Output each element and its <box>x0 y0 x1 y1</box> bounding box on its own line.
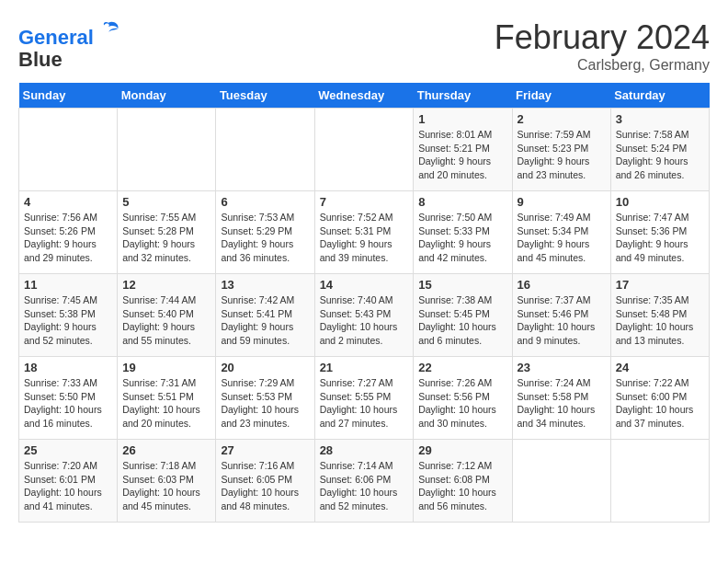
calendar-day-cell: 7Sunrise: 7:52 AM Sunset: 5:31 PM Daylig… <box>314 191 414 274</box>
day-number: 22 <box>418 361 506 374</box>
weekday-header-cell: Monday <box>118 83 216 109</box>
calendar-day-cell: 12Sunrise: 7:44 AM Sunset: 5:40 PM Dayli… <box>118 274 216 357</box>
day-info: Sunrise: 7:37 AM Sunset: 5:46 PM Dayligh… <box>518 293 606 348</box>
day-info: Sunrise: 7:18 AM Sunset: 6:03 PM Dayligh… <box>122 459 210 513</box>
day-number: 2 <box>518 112 606 126</box>
day-number: 5 <box>122 195 210 209</box>
day-number: 23 <box>518 361 606 374</box>
title-area: February 2024 Carlsberg, Germany <box>495 18 710 74</box>
day-info: Sunrise: 7:31 AM Sunset: 5:51 PM Dayligh… <box>122 376 210 431</box>
calendar-day-cell: 16Sunrise: 7:37 AM Sunset: 5:46 PM Dayli… <box>512 274 610 357</box>
calendar-day-cell: 24Sunrise: 7:22 AM Sunset: 6:00 PM Dayli… <box>610 357 709 440</box>
weekday-header-cell: Tuesday <box>216 83 314 109</box>
weekday-header-cell: Thursday <box>414 83 512 109</box>
day-number: 29 <box>418 443 506 457</box>
calendar-day-cell: 25Sunrise: 7:20 AM Sunset: 6:01 PM Dayli… <box>19 440 118 523</box>
calendar-day-cell: 13Sunrise: 7:42 AM Sunset: 5:41 PM Dayli… <box>216 274 314 357</box>
logo-text: General Blue <box>18 18 121 71</box>
day-number: 28 <box>320 443 409 457</box>
calendar-day-cell <box>610 440 709 523</box>
calendar-day-cell: 5Sunrise: 7:55 AM Sunset: 5:28 PM Daylig… <box>118 191 216 274</box>
calendar-day-cell: 6Sunrise: 7:53 AM Sunset: 5:29 PM Daylig… <box>216 191 314 274</box>
logo: General Blue <box>18 18 121 71</box>
day-info: Sunrise: 7:12 AM Sunset: 6:08 PM Dayligh… <box>418 459 506 513</box>
day-number: 18 <box>24 361 112 374</box>
day-number: 25 <box>24 443 112 457</box>
calendar-day-cell: 18Sunrise: 7:33 AM Sunset: 5:50 PM Dayli… <box>19 357 118 440</box>
day-number: 3 <box>616 112 704 126</box>
calendar-day-cell: 10Sunrise: 7:47 AM Sunset: 5:36 PM Dayli… <box>610 191 709 274</box>
day-info: Sunrise: 7:44 AM Sunset: 5:40 PM Dayligh… <box>122 293 210 348</box>
calendar-week-row: 11Sunrise: 7:45 AM Sunset: 5:38 PM Dayli… <box>19 274 710 357</box>
calendar-day-cell: 28Sunrise: 7:14 AM Sunset: 6:06 PM Dayli… <box>314 440 414 523</box>
day-number: 13 <box>221 278 309 292</box>
day-info: Sunrise: 7:33 AM Sunset: 5:50 PM Dayligh… <box>24 376 112 431</box>
calendar-week-row: 1Sunrise: 8:01 AM Sunset: 5:21 PM Daylig… <box>19 109 710 191</box>
calendar-day-cell: 21Sunrise: 7:27 AM Sunset: 5:55 PM Dayli… <box>314 357 414 440</box>
day-info: Sunrise: 7:14 AM Sunset: 6:06 PM Dayligh… <box>320 459 409 513</box>
weekday-header-cell: Saturday <box>610 83 709 109</box>
calendar-week-row: 18Sunrise: 7:33 AM Sunset: 5:50 PM Dayli… <box>19 357 710 440</box>
day-info: Sunrise: 7:40 AM Sunset: 5:43 PM Dayligh… <box>320 293 409 348</box>
header: General Blue February 2024 Carlsberg, Ge… <box>18 18 710 74</box>
day-number: 24 <box>616 361 704 374</box>
day-info: Sunrise: 7:16 AM Sunset: 6:05 PM Dayligh… <box>221 459 309 513</box>
calendar-day-cell: 3Sunrise: 7:58 AM Sunset: 5:24 PM Daylig… <box>610 109 709 191</box>
calendar-day-cell: 19Sunrise: 7:31 AM Sunset: 5:51 PM Dayli… <box>118 357 216 440</box>
day-info: Sunrise: 7:35 AM Sunset: 5:48 PM Dayligh… <box>616 293 704 348</box>
day-info: Sunrise: 7:29 AM Sunset: 5:53 PM Dayligh… <box>221 376 309 431</box>
weekday-header-cell: Sunday <box>19 83 118 109</box>
calendar-day-cell: 1Sunrise: 8:01 AM Sunset: 5:21 PM Daylig… <box>414 109 512 191</box>
day-number: 17 <box>616 278 704 292</box>
day-info: Sunrise: 7:22 AM Sunset: 6:00 PM Dayligh… <box>616 376 704 431</box>
calendar-day-cell: 20Sunrise: 7:29 AM Sunset: 5:53 PM Dayli… <box>216 357 314 440</box>
calendar-day-cell: 23Sunrise: 7:24 AM Sunset: 5:58 PM Dayli… <box>512 357 610 440</box>
day-number: 8 <box>418 195 506 209</box>
calendar-day-cell: 4Sunrise: 7:56 AM Sunset: 5:26 PM Daylig… <box>19 191 118 274</box>
calendar-week-row: 4Sunrise: 7:56 AM Sunset: 5:26 PM Daylig… <box>19 191 710 274</box>
calendar-day-cell: 11Sunrise: 7:45 AM Sunset: 5:38 PM Dayli… <box>19 274 118 357</box>
day-number: 12 <box>122 278 210 292</box>
weekday-header-row: SundayMondayTuesdayWednesdayThursdayFrid… <box>19 83 710 109</box>
day-info: Sunrise: 7:49 AM Sunset: 5:34 PM Dayligh… <box>518 211 606 265</box>
day-number: 10 <box>616 195 704 209</box>
day-info: Sunrise: 7:56 AM Sunset: 5:26 PM Dayligh… <box>24 211 112 265</box>
day-number: 9 <box>518 195 606 209</box>
day-number: 15 <box>418 278 506 292</box>
day-number: 26 <box>122 443 210 457</box>
day-number: 20 <box>221 361 309 374</box>
day-number: 7 <box>320 195 409 209</box>
calendar-day-cell: 14Sunrise: 7:40 AM Sunset: 5:43 PM Dayli… <box>314 274 414 357</box>
calendar-day-cell: 27Sunrise: 7:16 AM Sunset: 6:05 PM Dayli… <box>216 440 314 523</box>
day-info: Sunrise: 7:47 AM Sunset: 5:36 PM Dayligh… <box>616 211 704 265</box>
calendar-day-cell <box>314 109 414 191</box>
calendar-week-row: 25Sunrise: 7:20 AM Sunset: 6:01 PM Dayli… <box>19 440 710 523</box>
calendar-day-cell: 17Sunrise: 7:35 AM Sunset: 5:48 PM Dayli… <box>610 274 709 357</box>
day-number: 16 <box>518 278 606 292</box>
calendar-day-cell <box>216 109 314 191</box>
weekday-header-cell: Friday <box>512 83 610 109</box>
day-info: Sunrise: 7:42 AM Sunset: 5:41 PM Dayligh… <box>221 293 309 348</box>
day-number: 27 <box>221 443 309 457</box>
day-info: Sunrise: 7:27 AM Sunset: 5:55 PM Dayligh… <box>320 376 409 431</box>
day-info: Sunrise: 7:52 AM Sunset: 5:31 PM Dayligh… <box>320 211 409 265</box>
calendar-body: 1Sunrise: 8:01 AM Sunset: 5:21 PM Daylig… <box>19 109 710 523</box>
day-number: 4 <box>24 195 112 209</box>
calendar-day-cell: 9Sunrise: 7:49 AM Sunset: 5:34 PM Daylig… <box>512 191 610 274</box>
calendar-day-cell <box>512 440 610 523</box>
day-info: Sunrise: 7:58 AM Sunset: 5:24 PM Dayligh… <box>616 128 704 182</box>
day-info: Sunrise: 7:24 AM Sunset: 5:58 PM Dayligh… <box>518 376 606 431</box>
calendar-day-cell: 29Sunrise: 7:12 AM Sunset: 6:08 PM Dayli… <box>414 440 512 523</box>
day-number: 11 <box>24 278 112 292</box>
month-title: February 2024 <box>495 18 710 57</box>
location: Carlsberg, Germany <box>495 57 710 74</box>
calendar-day-cell: 26Sunrise: 7:18 AM Sunset: 6:03 PM Dayli… <box>118 440 216 523</box>
calendar-day-cell <box>118 109 216 191</box>
day-info: Sunrise: 7:45 AM Sunset: 5:38 PM Dayligh… <box>24 293 112 348</box>
day-number: 1 <box>418 112 506 126</box>
day-info: Sunrise: 7:50 AM Sunset: 5:33 PM Dayligh… <box>418 211 506 265</box>
day-info: Sunrise: 7:26 AM Sunset: 5:56 PM Dayligh… <box>418 376 506 431</box>
day-number: 14 <box>320 278 409 292</box>
calendar-day-cell: 22Sunrise: 7:26 AM Sunset: 5:56 PM Dayli… <box>414 357 512 440</box>
logo-bird-icon <box>96 18 121 44</box>
